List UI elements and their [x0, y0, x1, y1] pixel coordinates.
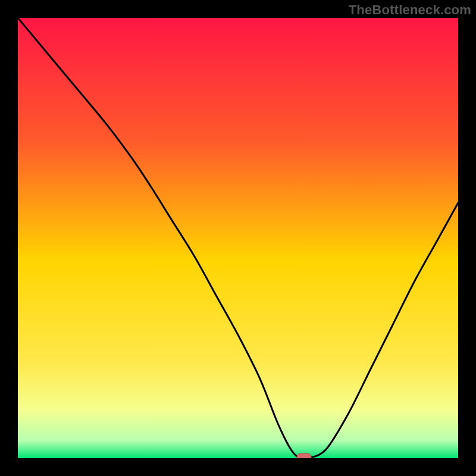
- chart-container: TheBottleneck.com: [0, 0, 476, 476]
- gradient-background: [18, 18, 458, 458]
- optimal-point-marker: [297, 453, 311, 458]
- watermark-label: TheBottleneck.com: [349, 2, 471, 18]
- chart-svg: [18, 18, 458, 458]
- plot-area: [18, 18, 458, 458]
